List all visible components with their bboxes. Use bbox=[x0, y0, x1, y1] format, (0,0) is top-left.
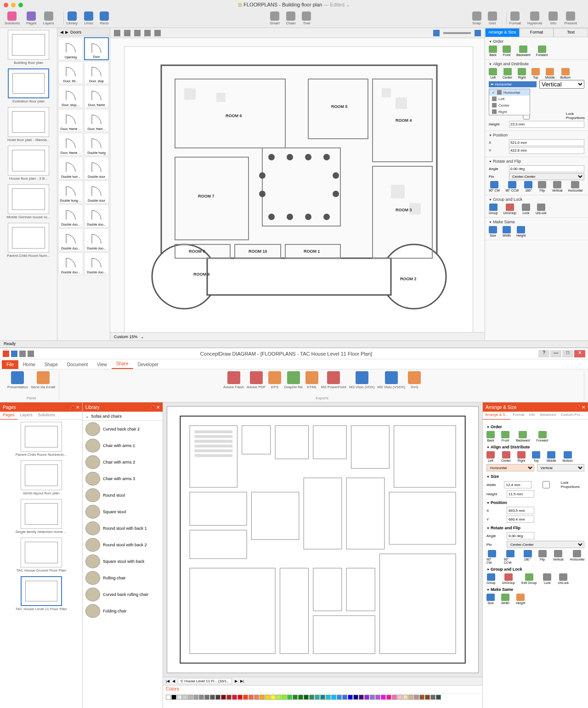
color-swatch[interactable] bbox=[326, 695, 331, 700]
back-button[interactable]: Back bbox=[486, 431, 495, 442]
shape-tool-icon[interactable] bbox=[134, 30, 141, 36]
page-thumbnail[interactable]: Single-family detached home ... bbox=[2, 499, 80, 534]
lock-button[interactable]: Lock bbox=[543, 573, 551, 584]
forward-button[interactable]: Forward bbox=[536, 45, 548, 57]
section-rotate[interactable]: Rotate and Flip bbox=[489, 159, 584, 164]
color-swatch[interactable] bbox=[265, 695, 270, 700]
right-button[interactable]: Right bbox=[518, 68, 526, 79]
section-make-same[interactable]: Make Same bbox=[489, 220, 584, 224]
nav-first-icon[interactable]: |◀ bbox=[166, 679, 170, 683]
section-group[interactable]: Group and Lock bbox=[486, 567, 584, 572]
angle-input[interactable] bbox=[507, 532, 534, 539]
edit-group-button[interactable]: Edit Group bbox=[521, 573, 537, 584]
color-swatch[interactable] bbox=[419, 695, 424, 700]
library-item[interactable]: Folding chair bbox=[83, 603, 163, 619]
color-swatch[interactable] bbox=[304, 695, 309, 700]
library-item[interactable]: Round stool with back 1 bbox=[83, 520, 163, 537]
minimize-icon[interactable]: — bbox=[550, 350, 561, 357]
nav-prev-icon[interactable]: ◀ bbox=[172, 679, 175, 683]
prop-tab-format[interactable]: Format bbox=[510, 412, 526, 419]
color-swatch[interactable] bbox=[381, 695, 386, 700]
prop-tab-arrange-&-s-[interactable]: Arrange & S... bbox=[483, 412, 510, 419]
ribbon-adobe-flash-button[interactable]: Adobe Flash bbox=[223, 371, 244, 396]
sheet-tab[interactable]: 'C House Level 11 Fl... (10/1... bbox=[178, 678, 232, 684]
nav-last-icon[interactable]: ▶| bbox=[240, 679, 244, 683]
horizontal-button[interactable]: Horizontal bbox=[568, 181, 582, 192]
bottom-button[interactable]: Bottom bbox=[560, 68, 571, 79]
color-swatch[interactable] bbox=[182, 695, 187, 700]
forward-icon[interactable]: ▶ bbox=[65, 30, 68, 34]
color-swatch[interactable] bbox=[298, 695, 303, 700]
flip-button[interactable]: Flip bbox=[538, 550, 547, 564]
color-swatch[interactable] bbox=[370, 695, 375, 700]
color-swatch[interactable] bbox=[237, 695, 243, 700]
close-panel-icon[interactable]: ✕ bbox=[76, 405, 79, 410]
library-shape[interactable]: Double hun... bbox=[58, 157, 83, 180]
group-button[interactable]: Group bbox=[489, 204, 498, 215]
ungroup-button[interactable]: UnGroup bbox=[503, 204, 516, 215]
color-swatch[interactable] bbox=[287, 695, 292, 700]
library-shape[interactable]: Door, frame bbox=[84, 85, 109, 108]
backward-button[interactable]: Backward bbox=[516, 431, 530, 442]
help-icon[interactable]: ? bbox=[538, 350, 549, 357]
color-swatch[interactable] bbox=[271, 695, 276, 700]
vertical-align-dropdown[interactable]: Vertical bbox=[539, 80, 584, 89]
unlock-button[interactable]: UnLock bbox=[558, 573, 569, 584]
library-shape[interactable]: Double hung ... bbox=[58, 181, 83, 204]
height-button[interactable]: Height bbox=[516, 226, 526, 237]
ribbon-svg-button[interactable]: SVG bbox=[408, 371, 421, 396]
section-order[interactable]: Order bbox=[486, 425, 584, 429]
page-thumbnail[interactable]: Building floor plan bbox=[2, 30, 55, 65]
library-shape[interactable]: Double hung bbox=[84, 133, 109, 156]
section-group[interactable]: Group and Lock bbox=[489, 197, 584, 202]
section-align[interactable]: Align and Distribute bbox=[489, 62, 584, 66]
90-ccw-button[interactable]: 90° CCW bbox=[504, 550, 517, 564]
vertical-align-select[interactable]: Vertical bbox=[537, 464, 585, 471]
undo-icon[interactable] bbox=[19, 351, 26, 357]
toolbar-snap-button[interactable]: Snap bbox=[472, 11, 481, 25]
lock-button[interactable]: Lock bbox=[522, 204, 530, 215]
prop-tab-advanced[interactable]: Advanced bbox=[537, 412, 559, 419]
pin-select[interactable]: Center-Center bbox=[509, 173, 584, 180]
horizontal-align-select[interactable]: Horizontal bbox=[486, 464, 534, 471]
dropdown-item-left[interactable]: Left bbox=[489, 96, 530, 102]
top-button[interactable]: Top bbox=[532, 451, 540, 462]
pin-icon[interactable]: 📌 bbox=[149, 405, 155, 410]
color-swatch[interactable] bbox=[397, 695, 402, 700]
library-shape[interactable]: Double doo... bbox=[84, 228, 109, 251]
zoom-in-icon[interactable] bbox=[475, 30, 481, 36]
pin-icon[interactable]: 📌 bbox=[69, 405, 74, 410]
pin-select[interactable]: Center-Center bbox=[507, 541, 584, 548]
color-swatch[interactable] bbox=[403, 695, 408, 700]
color-swatch[interactable] bbox=[293, 695, 298, 700]
color-swatch[interactable] bbox=[348, 695, 353, 700]
prop-tab-custom-pro-[interactable]: Custom Pro... bbox=[559, 412, 586, 419]
ribbon-presentation-button[interactable]: Presentation bbox=[7, 371, 28, 396]
y-input[interactable] bbox=[509, 147, 584, 154]
ribbon-tab-file[interactable]: File bbox=[2, 360, 18, 369]
toolbar-undo-button[interactable]: Undo bbox=[84, 11, 93, 25]
width-input[interactable] bbox=[504, 481, 531, 488]
toolbar-info-button[interactable]: Info bbox=[548, 11, 558, 25]
height-input[interactable] bbox=[507, 490, 534, 498]
angle-input[interactable] bbox=[509, 165, 584, 172]
maximize-icon[interactable]: □ bbox=[562, 350, 573, 357]
size-button[interactable]: Size bbox=[486, 594, 495, 605]
page-thumbnail[interactable]: House floor plan - 3 B... bbox=[2, 146, 55, 181]
color-swatch[interactable] bbox=[359, 695, 364, 700]
color-swatch[interactable] bbox=[232, 695, 237, 700]
library-shape[interactable]: Door, frame ... bbox=[58, 133, 83, 156]
save-icon[interactable] bbox=[11, 351, 17, 357]
toolbar-library-button[interactable]: Library bbox=[67, 11, 78, 25]
backward-button[interactable]: Backward bbox=[516, 45, 531, 57]
page-thumbnail[interactable]: TAC House Ground Floor Plan bbox=[2, 538, 80, 572]
bottom-button[interactable]: Bottom bbox=[563, 451, 573, 462]
color-swatch[interactable] bbox=[430, 695, 435, 700]
app-icon[interactable] bbox=[3, 351, 9, 357]
library-shape[interactable]: Double doo... bbox=[84, 252, 109, 275]
library-shape[interactable]: Door, thr... bbox=[58, 61, 83, 84]
ribbon-tab-view[interactable]: View bbox=[92, 360, 112, 369]
lock-proportions-checkbox[interactable] bbox=[534, 481, 558, 488]
section-align[interactable]: Align and Distribute bbox=[486, 445, 584, 449]
color-swatch[interactable] bbox=[282, 695, 287, 700]
